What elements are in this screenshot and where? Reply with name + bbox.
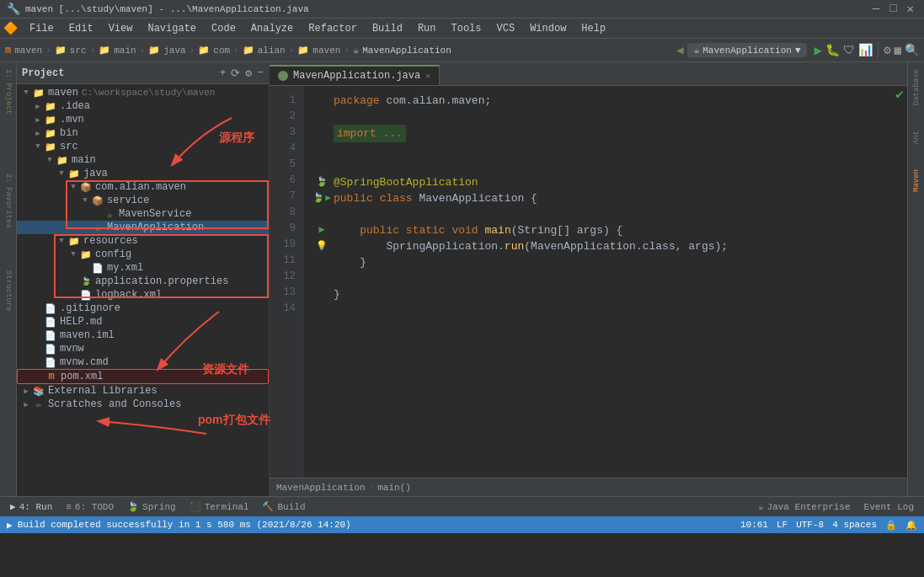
tree-item-bin[interactable]: ▶ 📁 bin bbox=[17, 126, 269, 140]
nav-com[interactable]: 📁 bbox=[198, 45, 210, 56]
expand-arrow[interactable]: ▼ bbox=[67, 183, 79, 191]
expand-arrow[interactable]: ▼ bbox=[56, 237, 67, 245]
side-database-icon[interactable]: Database bbox=[911, 66, 922, 109]
menu-navigate[interactable]: Navigate bbox=[141, 21, 203, 36]
debug-button[interactable]: 🐛 bbox=[825, 43, 840, 57]
tree-item-mvn[interactable]: ▶ 📁 .mvn bbox=[17, 113, 269, 126]
tree-item-mvnw[interactable]: 📄 mvnw bbox=[17, 342, 269, 355]
nav-maven-application[interactable]: MavenApplication bbox=[362, 45, 451, 56]
nav-maven2[interactable]: 📁 bbox=[297, 45, 309, 56]
tree-item-config[interactable]: ▼ 📁 config bbox=[17, 248, 269, 261]
tree-item-external-libraries[interactable]: ▶ 📚 External Libraries bbox=[17, 384, 269, 398]
menu-refactor[interactable]: Refactor bbox=[302, 21, 364, 36]
gutter-run-9[interactable]: ▶ bbox=[313, 222, 330, 238]
tree-item-java[interactable]: ▼ 📁 java bbox=[17, 167, 269, 180]
expand-arrow[interactable]: ▶ bbox=[20, 387, 32, 396]
cursor-position[interactable]: 10:61 bbox=[740, 520, 768, 530]
expand-arrow[interactable]: ▼ bbox=[44, 156, 56, 164]
run-arrow-icon[interactable]: ▶ bbox=[318, 222, 324, 238]
run-tool-button[interactable]: ▶ 4: Run bbox=[7, 501, 56, 512]
line-ending[interactable]: LF bbox=[777, 520, 788, 530]
menu-analyze[interactable]: Analyze bbox=[244, 21, 300, 36]
tree-item-src[interactable]: ▼ 📁 src bbox=[17, 140, 269, 153]
event-log-button[interactable]: Event Log bbox=[861, 502, 917, 512]
terminal-button[interactable]: ⬛ Terminal bbox=[186, 501, 253, 512]
nav-src[interactable]: 📁 bbox=[55, 45, 67, 56]
run-button[interactable]: ▶ bbox=[814, 42, 822, 59]
title-bar-controls[interactable]: — □ ✕ bbox=[869, 2, 917, 16]
menu-vcs[interactable]: VCS bbox=[490, 21, 522, 36]
expand-arrow[interactable]: ▶ bbox=[32, 102, 44, 111]
sync-icon[interactable]: ⟳ bbox=[231, 67, 240, 80]
collapse-icon[interactable]: − bbox=[257, 67, 264, 79]
tree-item-resources[interactable]: ▼ 📁 resources bbox=[17, 234, 269, 248]
tree-item-package[interactable]: ▼ 📦 com.alian.maven bbox=[17, 180, 269, 194]
gutter-run-7[interactable]: 🍃 ▶ bbox=[313, 190, 330, 206]
nav-java-label[interactable]: java bbox=[163, 45, 185, 56]
todo-button[interactable]: ≡ 6: TODO bbox=[62, 502, 117, 512]
layout-icon[interactable]: ▦ bbox=[895, 43, 901, 57]
tree-item-service[interactable]: ▼ 📦 service bbox=[17, 194, 269, 207]
breadcrumb-class[interactable]: MavenApplication bbox=[276, 483, 366, 493]
maximize-button[interactable]: □ bbox=[886, 2, 900, 16]
close-button[interactable]: ✕ bbox=[904, 2, 917, 16]
expand-arrow[interactable]: ▼ bbox=[79, 196, 91, 205]
menu-help[interactable]: Help bbox=[574, 21, 612, 36]
debug-gutter-icon[interactable]: ▶ bbox=[325, 190, 331, 206]
expand-arrow[interactable]: ▼ bbox=[56, 169, 67, 178]
breadcrumb-method[interactable]: main() bbox=[377, 483, 411, 493]
menu-edit[interactable]: Edit bbox=[62, 21, 100, 36]
nav-src-label[interactable]: src bbox=[70, 45, 87, 56]
expand-arrow[interactable]: ▶ bbox=[32, 115, 44, 125]
nav-maven2-label[interactable]: maven bbox=[312, 45, 340, 56]
expand-arrow[interactable]: ▶ bbox=[32, 129, 44, 138]
nav-alian[interactable]: 📁 bbox=[243, 45, 254, 56]
menu-code[interactable]: Code bbox=[205, 21, 243, 36]
encoding[interactable]: UTF-8 bbox=[796, 520, 824, 530]
tree-item-help-md[interactable]: 📄 HELP.md bbox=[17, 315, 269, 329]
tree-item-mvnw-cmd[interactable]: 📄 mvnw.cmd bbox=[17, 355, 269, 369]
new-file-icon[interactable]: + bbox=[220, 67, 227, 79]
expand-arrow[interactable]: ▼ bbox=[67, 250, 79, 259]
tree-item-application-properties[interactable]: 🍃 application.properties bbox=[17, 275, 269, 288]
tree-item-idea[interactable]: ▶ 📁 .idea bbox=[17, 99, 269, 113]
java-enterprise-button[interactable]: ☕ Java Enterprise bbox=[755, 501, 854, 512]
settings-icon[interactable]: ⚙ bbox=[245, 67, 252, 80]
tree-item-logback-xml[interactable]: 📄 logback.xml bbox=[17, 288, 269, 302]
gutter-spring[interactable]: 🍃 bbox=[313, 174, 330, 190]
tree-item-my-xml[interactable]: 📄 my.xml bbox=[17, 261, 269, 275]
tree-item-pom-xml[interactable]: m pom.xml bbox=[17, 369, 269, 384]
side-project-icon[interactable]: 1: Project bbox=[3, 66, 14, 118]
indent-size[interactable]: 4 spaces bbox=[832, 520, 877, 530]
minimize-button[interactable]: — bbox=[869, 2, 883, 16]
expand-arrow[interactable]: ▼ bbox=[20, 88, 32, 97]
tree-item-main[interactable]: ▼ 📁 main bbox=[17, 153, 269, 167]
notification-icon[interactable]: 🔔 bbox=[905, 520, 917, 531]
gutter-bulb-10[interactable]: 💡 bbox=[313, 238, 330, 254]
build-button[interactable]: 🔨 Build bbox=[259, 501, 308, 512]
bulb-icon[interactable]: 💡 bbox=[316, 238, 328, 254]
sdk-manager-icon[interactable]: ⚙ bbox=[884, 43, 890, 57]
menu-file[interactable]: File bbox=[23, 21, 61, 36]
nav-com-label[interactable]: com bbox=[213, 45, 230, 56]
tree-item-gitignore[interactable]: 📄 .gitignore bbox=[17, 302, 269, 315]
side-favorites-icon[interactable]: 2: Favorites bbox=[3, 170, 14, 232]
editor-tab[interactable]: MavenApplication.java ✕ bbox=[270, 65, 440, 85]
run-config[interactable]: ☕ MavenApplication ▼ bbox=[687, 43, 808, 57]
profile-button[interactable]: 📊 bbox=[858, 43, 873, 57]
coverage-button[interactable]: 🛡 bbox=[843, 44, 855, 57]
expand-arrow[interactable]: ▶ bbox=[20, 400, 32, 409]
side-ant-icon[interactable]: Ant bbox=[911, 127, 922, 147]
nav-java[interactable]: 📁 bbox=[148, 45, 160, 56]
nav-main-label[interactable]: main bbox=[114, 45, 136, 56]
nav-alian-label[interactable]: alian bbox=[258, 45, 286, 56]
back-icon[interactable]: ◀ bbox=[676, 43, 683, 57]
menu-run[interactable]: Run bbox=[411, 21, 443, 36]
tree-item-maven-application[interactable]: ☕ MavenApplication bbox=[17, 221, 269, 234]
tree-item-maven[interactable]: ▼ 📁 maven C:\workspace\study\maven bbox=[17, 86, 269, 99]
side-maven-icon[interactable]: Maven bbox=[911, 166, 922, 195]
run-config-dropdown[interactable]: ▼ bbox=[795, 45, 801, 56]
menu-tools[interactable]: Tools bbox=[445, 21, 489, 36]
menu-window[interactable]: Window bbox=[523, 21, 573, 36]
menu-view[interactable]: View bbox=[102, 21, 140, 36]
